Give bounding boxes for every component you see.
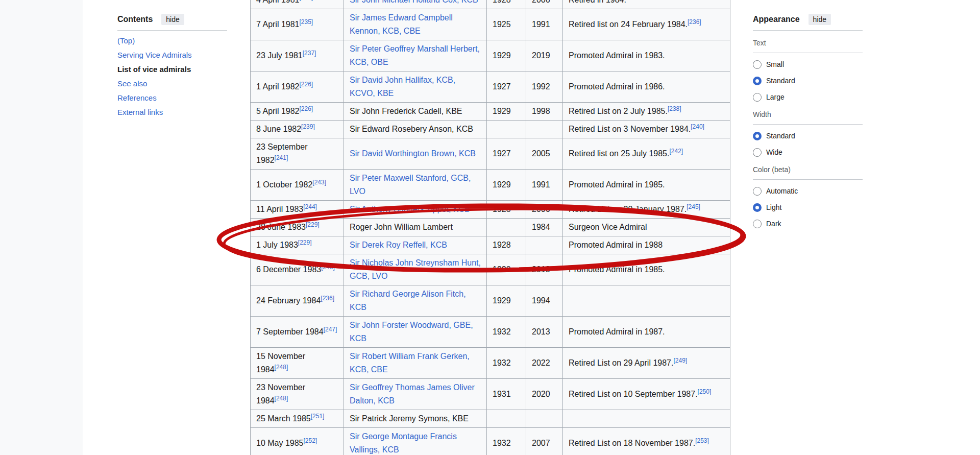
officer-link[interactable]: Sir Derek Roy Reffell, KCB: [350, 241, 447, 249]
reference-link[interactable]: [249]: [673, 357, 687, 364]
radio-selected-icon[interactable]: [753, 203, 762, 212]
reference-link[interactable]: [236]: [321, 295, 334, 302]
notes-cell: Surgeon Vice Admiral: [563, 219, 730, 236]
radio-option-standard[interactable]: Standard: [753, 76, 863, 86]
radio-option-standard[interactable]: Standard: [753, 131, 863, 141]
contents-link[interactable]: (Top): [117, 36, 135, 45]
reference-link[interactable]: [226]: [300, 81, 313, 88]
officer-link[interactable]: Sir Robert William Frank Gerken, KCB, CB…: [350, 352, 470, 374]
notes-cell: Promoted Admiral in 1985.: [563, 254, 730, 285]
reference-link[interactable]: [247]: [324, 326, 337, 333]
officer-link[interactable]: Sir David Worthington Brown, KCB: [350, 149, 476, 158]
radio-label: Standard: [766, 76, 795, 86]
reference-link[interactable]: [229]: [298, 239, 312, 246]
radio-option-small[interactable]: Small: [753, 59, 863, 69]
officer-link[interactable]: Sir John Michael Holland Cox, KCB: [350, 0, 478, 4]
reference-link[interactable]: [243]: [312, 179, 326, 186]
reference-link[interactable]: [239]: [301, 123, 315, 130]
reference-link[interactable]: [247]: [324, 326, 337, 333]
officer-link[interactable]: Sir Richard George Alison Fitch, KCB: [350, 290, 466, 312]
born-cell: 1929: [487, 103, 526, 121]
reference-link[interactable]: [244]: [303, 203, 317, 210]
reference-link[interactable]: [246]: [321, 264, 335, 271]
officer-link[interactable]: Sir Peter Maxwell Stanford, GCB, LVO: [350, 174, 471, 196]
reference-link[interactable]: [250]: [698, 388, 712, 395]
reference-link[interactable]: [244]: [303, 203, 317, 210]
reference-link[interactable]: [252]: [304, 437, 317, 444]
radio-option-automatic[interactable]: Automatic: [753, 186, 863, 196]
officer-link[interactable]: Sir John Forster Woodward, GBE, KCB: [350, 321, 473, 343]
contents-link[interactable]: See also: [117, 79, 147, 88]
radio-option-light[interactable]: Light: [753, 202, 863, 212]
reference-link[interactable]: [229]: [306, 221, 320, 228]
reference-link[interactable]: [240]: [691, 123, 704, 130]
reference-link[interactable]: [236]: [688, 18, 701, 26]
contents-hide-button[interactable]: hide: [161, 14, 184, 25]
radio-option-large[interactable]: Large: [753, 92, 863, 102]
reference-link[interactable]: [242]: [669, 148, 683, 155]
contents-link[interactable]: Serving Vice Admirals: [117, 51, 192, 59]
reference-link[interactable]: [226]: [300, 105, 313, 112]
reference-link[interactable]: [241]: [275, 154, 288, 161]
reference-link[interactable]: [229]: [306, 221, 320, 228]
date-cell: 6 December 1983[246]: [251, 254, 344, 285]
reference-link[interactable]: [245]: [687, 203, 700, 210]
reference-link[interactable]: [226]: [300, 81, 313, 88]
reference-link[interactable]: [237]: [303, 50, 316, 57]
officer-link[interactable]: Sir Anthony Sanders Tippet, KCB: [350, 205, 470, 213]
reference-link[interactable]: [251]: [311, 413, 325, 420]
reference-link[interactable]: [238]: [668, 105, 681, 112]
reference-link[interactable]: [243]: [312, 179, 326, 186]
radio-unselected-icon[interactable]: [753, 60, 762, 69]
radio-option-dark[interactable]: Dark: [753, 219, 863, 229]
reference-link[interactable]: [252]: [304, 437, 317, 444]
reference-link[interactable]: [248]: [275, 395, 288, 402]
radio-unselected-icon[interactable]: [753, 93, 762, 102]
radio-selected-icon[interactable]: [753, 132, 762, 140]
reference-link[interactable]: [235]: [300, 18, 313, 26]
reference-link[interactable]: [241]: [275, 154, 288, 161]
contents-link[interactable]: External links: [117, 108, 163, 116]
radio-unselected-icon[interactable]: [753, 148, 762, 157]
reference-link[interactable]: [226]: [300, 105, 313, 112]
reference-link[interactable]: [237]: [303, 50, 316, 57]
officer-link[interactable]: Sir David John Hallifax, KCB, KCVO, KBE: [350, 76, 455, 98]
reference-link[interactable]: [229]: [298, 239, 312, 246]
reference-link[interactable]: [248]: [275, 364, 288, 371]
reference-link[interactable]: [239]: [301, 123, 315, 130]
reference-link[interactable]: [250]: [698, 388, 712, 395]
radio-unselected-icon[interactable]: [753, 220, 762, 228]
radio-option-wide[interactable]: Wide: [753, 147, 863, 157]
reference-link[interactable]: [251]: [311, 413, 325, 420]
table-row: 10 May 1985[252]Sir George Montague Fran…: [251, 428, 730, 455]
officer-link[interactable]: Sir George Montague Francis Vallings, KC…: [350, 432, 457, 454]
reference-link[interactable]: [235]: [300, 18, 313, 26]
reference-link[interactable]: [246]: [321, 264, 335, 271]
reference-link[interactable]: [249]: [673, 357, 687, 364]
appearance-hide-button[interactable]: hide: [808, 14, 831, 25]
name-cell: Sir Peter Maxwell Stanford, GCB, LVO: [344, 170, 487, 201]
radio-selected-icon[interactable]: [753, 77, 762, 85]
reference-link[interactable]: [253]: [695, 437, 709, 444]
appearance-section: TextSmallStandardLarge: [753, 38, 863, 102]
reference-link[interactable]: [248]: [275, 364, 288, 371]
appearance-section-divider: [753, 124, 863, 125]
radio-unselected-icon[interactable]: [753, 187, 762, 196]
reference-link[interactable]: [242]: [669, 148, 683, 155]
reference-link[interactable]: [236]: [321, 295, 334, 302]
reference-link[interactable]: [235]: [300, 0, 313, 1]
officer-link[interactable]: Sir Nicholas John Streynsham Hunt, GCB, …: [350, 258, 481, 280]
reference-link[interactable]: [238]: [668, 105, 681, 112]
reference-link[interactable]: [235]: [300, 0, 313, 1]
reference-link[interactable]: [245]: [687, 203, 700, 210]
contents-link[interactable]: References: [117, 93, 157, 102]
reference-link[interactable]: [253]: [695, 437, 709, 444]
officer-link[interactable]: Sir Peter Geoffrey Marshall Herbert, KCB…: [350, 44, 480, 66]
date-cell: 28 June 1983[229]: [251, 219, 344, 236]
reference-link[interactable]: [240]: [691, 123, 704, 130]
table-row: 23 July 1981[237]Sir Peter Geoffrey Mars…: [251, 40, 730, 71]
officer-link[interactable]: Sir James Edward Campbell Kennon, KCB, C…: [350, 13, 453, 35]
reference-link[interactable]: [248]: [275, 395, 288, 402]
reference-link[interactable]: [236]: [688, 18, 701, 26]
officer-link[interactable]: Sir Geoffrey Thomas James Oliver Dalton,…: [350, 383, 475, 405]
